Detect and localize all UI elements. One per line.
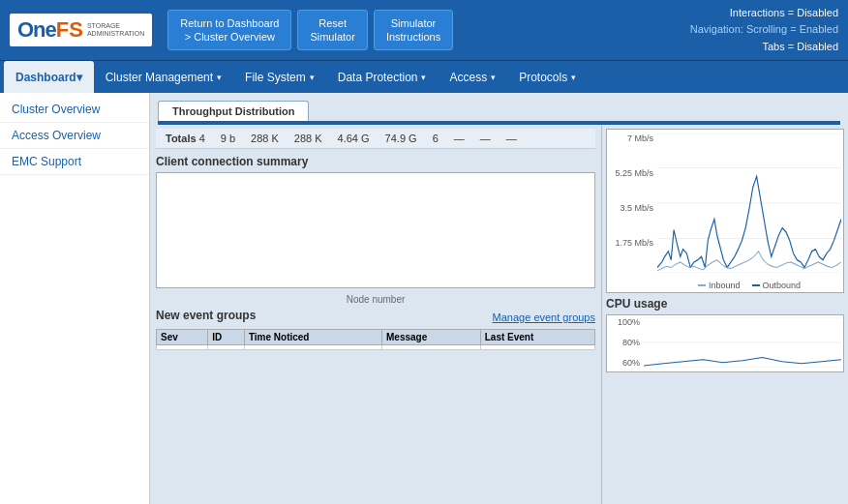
sidebar: Cluster Overview Access Overview EMC Sup… <box>0 93 150 504</box>
manage-events-link[interactable]: Manage event groups <box>493 311 595 323</box>
nav-data-protection[interactable]: Data Protection ▾ <box>326 61 439 93</box>
client-connection-title: Client connection summary <box>156 155 595 168</box>
nav-file-system[interactable]: File System ▾ <box>233 61 326 93</box>
throughput-legend: Inbound Outbound <box>657 281 841 290</box>
right-panel: 7 Mb/s 5.25 Mb/s 3.5 Mb/s 1.75 Mb/s <box>601 125 848 504</box>
y-label-2: 3.5 Mb/s <box>620 203 653 213</box>
logo-subtitle: STORAGE ADMINISTRATION <box>87 22 144 39</box>
throughput-svg-area <box>657 133 841 273</box>
main-content: Cluster Overview Access Overview EMC Sup… <box>0 93 848 504</box>
cpu-title: CPU usage <box>606 297 844 311</box>
interactions-info: Interactions = Disabled Navigation: Scro… <box>690 5 838 56</box>
y-label-1: 5.25 Mb/s <box>615 168 653 178</box>
logo-text: OneFS <box>17 17 83 43</box>
totals-val-7: — <box>480 133 491 144</box>
totals-val-2: 288 K <box>294 133 322 144</box>
events-col-sev: Sev <box>157 330 208 345</box>
nav-cluster-management[interactable]: Cluster Management ▾ <box>94 61 233 93</box>
sidebar-item-access-overview[interactable]: Access Overview <box>0 123 149 149</box>
legend-inbound: Inbound <box>698 281 741 290</box>
simulator-instructions-button[interactable]: Simulator Instructions <box>374 10 453 51</box>
legend-outbound: Outbound <box>752 281 802 290</box>
events-col-id: ID <box>208 330 245 345</box>
content-area: Throughput Distribution Totals 4 9 b 288… <box>150 93 848 504</box>
logo-one: One <box>17 17 56 42</box>
totals-val-5: 6 <box>433 133 439 144</box>
cpu-y-80: 80% <box>622 338 640 347</box>
totals-label: Totals 4 <box>166 133 205 144</box>
cpu-section: CPU usage 100% 80% 60% <box>606 297 844 372</box>
y-label-3: 1.75 Mb/s <box>615 238 653 248</box>
totals-val-6: — <box>454 133 465 144</box>
cpu-chart: 100% 80% 60% <box>606 314 844 372</box>
cpu-y-60: 60% <box>622 358 640 368</box>
tab-body: Totals 4 9 b 288 K 288 K 4.64 G 74.9 G 6… <box>150 125 848 504</box>
left-panel: Totals 4 9 b 288 K 288 K 4.64 G 74.9 G 6… <box>150 125 601 504</box>
events-col-message: Message <box>382 330 481 345</box>
totals-val-4: 74.9 G <box>385 133 417 144</box>
return-dashboard-button[interactable]: Return to Dashboard > Cluster Overview <box>167 10 291 51</box>
reset-simulator-button[interactable]: Reset Simulator <box>297 10 367 51</box>
nav-access[interactable]: Access ▾ <box>438 61 507 93</box>
top-buttons: Return to Dashboard > Cluster Overview R… <box>167 10 453 51</box>
events-section: New event groups Manage event groups Sev… <box>156 309 595 350</box>
cpu-y-100: 100% <box>618 317 640 327</box>
logo-fs: FS <box>56 17 83 42</box>
node-axis-label: Node number <box>156 294 595 305</box>
totals-bar: Totals 4 9 b 288 K 288 K 4.64 G 74.9 G 6… <box>156 129 595 149</box>
sidebar-item-cluster-overview[interactable]: Cluster Overview <box>0 97 149 123</box>
nav-bar: Dashboard ▾ Cluster Management ▾ File Sy… <box>0 60 848 93</box>
totals-val-8: — <box>506 133 517 144</box>
events-col-last-event: Last Event <box>480 330 594 345</box>
tabs-area: Throughput Distribution <box>150 93 848 121</box>
table-row <box>157 345 595 350</box>
sidebar-item-emc-support[interactable]: EMC Support <box>0 149 149 175</box>
events-col-time: Time Noticed <box>244 330 381 345</box>
nav-protocols[interactable]: Protocols ▾ <box>507 61 588 93</box>
events-table: Sev ID Time Noticed Message Last Event <box>156 329 595 350</box>
totals-val-3: 4.64 G <box>338 133 370 144</box>
throughput-y-labels: 7 Mb/s 5.25 Mb/s 3.5 Mb/s 1.75 Mb/s <box>607 133 655 273</box>
totals-val-1: 288 K <box>251 133 279 144</box>
nav-dashboard[interactable]: Dashboard ▾ <box>4 61 94 93</box>
events-title: New event groups <box>156 309 256 322</box>
cpu-svg-area <box>644 317 841 368</box>
totals-val-0: 9 b <box>221 133 235 144</box>
events-header: New event groups Manage event groups <box>156 309 595 326</box>
throughput-chart: 7 Mb/s 5.25 Mb/s 3.5 Mb/s 1.75 Mb/s <box>606 129 844 293</box>
client-connection-chart <box>156 172 595 288</box>
client-connection-section: Client connection summary Node number <box>156 155 595 305</box>
top-bar: OneFS STORAGE ADMINISTRATION Return to D… <box>0 0 848 60</box>
tab-throughput-distribution[interactable]: Throughput Distribution <box>158 101 309 121</box>
y-label-0: 7 Mb/s <box>627 133 653 143</box>
logo: OneFS STORAGE ADMINISTRATION <box>10 14 152 46</box>
